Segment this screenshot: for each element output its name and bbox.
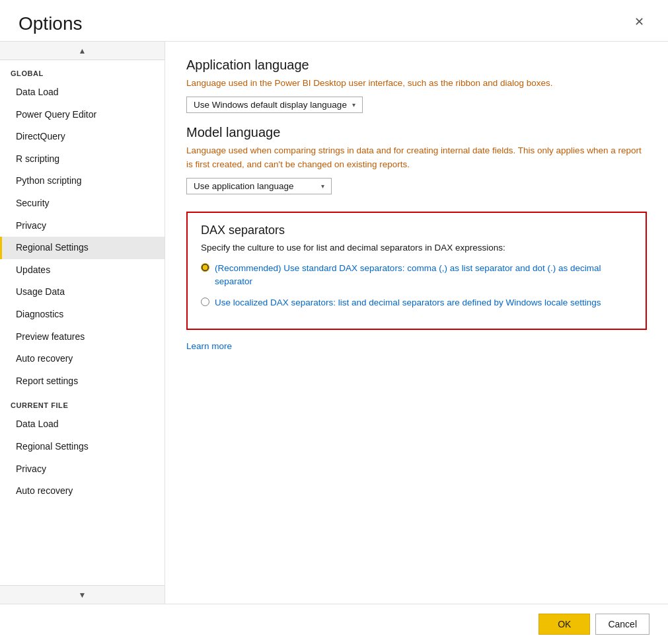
app-language-desc: Language used in the Power BI Desktop us… [186,77,647,90]
dialog-title: Options [19,13,83,34]
sidebar-item-report-settings[interactable]: Report settings [0,370,165,393]
dax-title: DAX separators [201,223,632,237]
sidebar-item-cf-data-load[interactable]: Data Load [0,413,165,436]
sidebar-item-python-scripting[interactable]: Python scripting [0,170,165,192]
dax-option1-text: (Recommended) Use standard DAX separator… [215,263,601,286]
sidebar-item-privacy[interactable]: Privacy [0,215,165,237]
dax-option2-text: Use localized DAX separators: list and d… [215,298,601,307]
sidebar-scroll-wrapper: ▲ GLOBAL Data Load Power Query Editor Di… [0,42,165,604]
dialog-footer: OK Cancel [0,604,668,644]
dax-option1-label: (Recommended) Use standard DAX separator… [215,262,632,289]
model-language-dropdown[interactable]: Use application language ▾ [186,178,332,194]
app-language-value: Use Windows default display language [194,100,347,110]
sidebar-item-diagnostics[interactable]: Diagnostics [0,303,165,326]
learn-more-link[interactable]: Learn more [186,341,232,351]
dax-desc: Specify the culture to use for list and … [201,243,632,253]
app-language-dropdown[interactable]: Use Windows default display language ▾ [186,97,363,113]
app-language-arrow: ▾ [352,101,355,108]
ok-button[interactable]: OK [538,614,590,635]
dax-separators-section: DAX separators Specify the culture to us… [186,212,647,330]
dax-radio1[interactable] [201,263,209,272]
close-button[interactable]: ✕ [629,13,649,30]
dialog-body: ▲ GLOBAL Data Load Power Query Editor Di… [0,41,668,604]
sidebar-item-directquery[interactable]: DirectQuery [0,126,165,148]
dax-option1: (Recommended) Use standard DAX separator… [201,262,632,289]
app-language-title: Application language [186,58,647,73]
sidebar-item-cf-privacy[interactable]: Privacy [0,458,165,481]
dax-option2-label: Use localized DAX separators: list and d… [215,296,632,309]
dax-radio2[interactable] [201,298,209,306]
dialog-header: Options ✕ [0,0,668,41]
sidebar-item-cf-auto-recovery[interactable]: Auto recovery [0,480,165,503]
cancel-button[interactable]: Cancel [595,614,649,635]
sidebar-item-cf-regional-settings[interactable]: Regional Settings [0,436,165,458]
current-file-section-label: CURRENT FILE [0,392,165,413]
sidebar-item-preview-features[interactable]: Preview features [0,326,165,348]
sidebar-item-security[interactable]: Security [0,192,165,215]
sidebar-item-usage-data[interactable]: Usage Data [0,281,165,303]
model-language-arrow: ▾ [321,182,324,190]
content-area: Application language Language used in th… [165,42,668,604]
scroll-down-button[interactable]: ▼ [0,585,165,604]
sidebar: ▲ GLOBAL Data Load Power Query Editor Di… [0,42,165,604]
sidebar-item-regional-settings[interactable]: Regional Settings [0,237,165,259]
sidebar-item-auto-recovery[interactable]: Auto recovery [0,348,165,370]
options-dialog: Options ✕ ▲ GLOBAL Data Load Power Query… [0,0,668,644]
global-section-label: GLOBAL [0,60,165,81]
model-language-value: Use application language [194,181,294,191]
model-language-desc: Language used when comparing strings in … [186,144,647,171]
sidebar-item-data-load[interactable]: Data Load [0,81,165,104]
scroll-up-button[interactable]: ▲ [0,42,165,60]
sidebar-item-r-scripting[interactable]: R scripting [0,148,165,171]
dax-option2: Use localized DAX separators: list and d… [201,296,632,309]
sidebar-content: GLOBAL Data Load Power Query Editor Dire… [0,60,165,585]
sidebar-item-updates[interactable]: Updates [0,259,165,282]
model-language-title: Model language [186,125,647,140]
sidebar-item-power-query-editor[interactable]: Power Query Editor [0,104,165,126]
